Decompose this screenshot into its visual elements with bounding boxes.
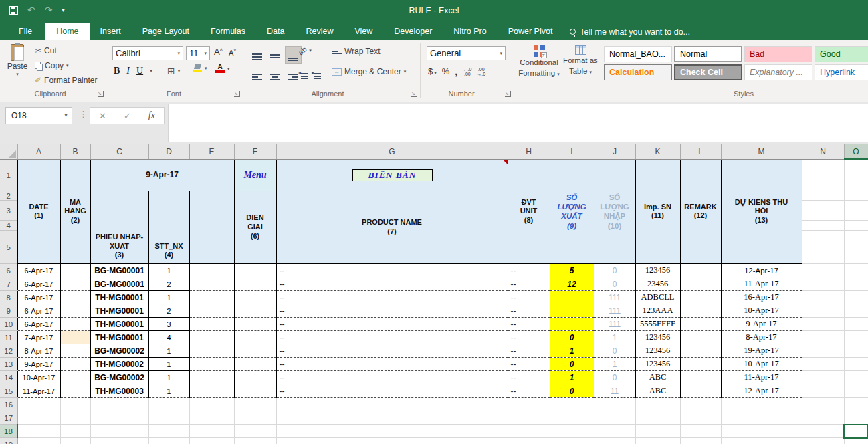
cell-stt[interactable]: 1 <box>148 291 189 304</box>
cell-ma-hang[interactable] <box>60 344 90 358</box>
cell[interactable] <box>721 438 802 444</box>
cell[interactable] <box>844 438 868 444</box>
merge-center-button[interactable]: ↔ Merge & Center ▾ <box>332 67 406 76</box>
top-align-button[interactable] <box>249 45 265 65</box>
cell[interactable] <box>550 438 594 444</box>
underline-button[interactable]: U <box>136 66 143 76</box>
cell[interactable] <box>189 304 234 318</box>
header-ma-hang[interactable]: MA HANG (2) <box>60 159 90 264</box>
cell-phieu[interactable]: BG-MG00001 <box>90 278 148 291</box>
cell[interactable] <box>550 398 594 411</box>
number-format-combo[interactable]: General▾ <box>427 46 506 60</box>
style-calculation[interactable]: Calculation <box>604 64 672 80</box>
tab-power-pivot[interactable]: Power Pivot <box>498 23 564 40</box>
cell[interactable] <box>60 398 90 411</box>
row-header-2[interactable]: 2 <box>0 191 17 201</box>
cell-thu-hoi[interactable]: 12-Apr-17 <box>721 384 802 398</box>
cell[interactable] <box>844 159 868 191</box>
increase-indent-button[interactable]: ▸ <box>312 67 321 80</box>
font-name-combo[interactable]: Calibri▾ <box>112 46 183 60</box>
select-all-corner[interactable] <box>0 144 17 159</box>
cell[interactable] <box>680 398 721 411</box>
row-header-7[interactable]: 7 <box>0 278 17 291</box>
cell[interactable] <box>148 438 189 444</box>
cell-xuat[interactable]: 5 <box>550 264 594 278</box>
font-color-button[interactable]: A ▾ <box>215 64 230 73</box>
customize-qat-icon[interactable]: ▾ <box>62 7 64 13</box>
cell-thu-hoi[interactable]: 19-Apr-17 <box>721 344 802 358</box>
cell-unit[interactable]: -- <box>508 291 550 304</box>
row-header-13[interactable]: 13 <box>0 358 17 371</box>
cell[interactable] <box>844 331 868 344</box>
cell-phieu[interactable]: TH-MG00001 <box>90 331 148 344</box>
col-header-K[interactable]: K <box>635 144 680 159</box>
cell[interactable] <box>189 384 234 398</box>
cell-product[interactable]: -- <box>276 331 508 344</box>
cell[interactable] <box>90 398 148 411</box>
cell-doc-title[interactable]: BIÊN BẢN <box>276 159 508 191</box>
cell[interactable] <box>189 398 234 411</box>
cell-nhap[interactable]: 0 <box>594 344 635 358</box>
name-box[interactable]: O18 ▾ <box>5 107 72 124</box>
row-header-18-selected[interactable]: 18 <box>0 425 17 438</box>
style-normal-bao[interactable]: Normal_BAO... <box>604 46 672 62</box>
cell[interactable] <box>508 425 550 438</box>
cell[interactable] <box>802 318 844 331</box>
cell-product[interactable]: -- <box>276 344 508 358</box>
cell-date[interactable]: 6-Apr-17 <box>17 318 60 331</box>
copy-dropdown-icon[interactable]: ▾ <box>66 63 69 68</box>
cell-thu-hoi[interactable]: 12-Apr-17 <box>721 264 802 278</box>
cell[interactable] <box>680 425 721 438</box>
fill-color-dropdown-icon[interactable]: ▾ <box>205 66 207 71</box>
orientation-button[interactable]: ab ▾ <box>298 47 312 55</box>
cell-phieu[interactable]: TH-MG00003 <box>90 384 148 398</box>
cell[interactable] <box>802 411 844 425</box>
cell[interactable] <box>60 411 90 425</box>
cell[interactable] <box>721 398 802 411</box>
col-header-I[interactable]: I <box>550 144 594 159</box>
col-header-C[interactable]: C <box>90 144 148 159</box>
cell[interactable] <box>234 304 276 318</box>
cell[interactable] <box>276 398 508 411</box>
cell-imp-sn[interactable]: 23456 <box>635 278 680 291</box>
cell-product[interactable]: -- <box>276 384 508 398</box>
cell[interactable] <box>189 358 234 371</box>
cell-stt[interactable]: 1 <box>148 358 189 371</box>
clipboard-dialog-launcher-icon[interactable]: ↘ <box>98 91 104 97</box>
cell[interactable] <box>234 291 276 304</box>
cell[interactable] <box>802 398 844 411</box>
cell-ma-hang[interactable] <box>60 371 90 384</box>
cell[interactable] <box>17 438 60 444</box>
cell-thu-hoi[interactable]: 9-Apr-17 <box>721 318 802 331</box>
wrap-text-button[interactable]: Wrap Text <box>332 47 381 56</box>
cell[interactable] <box>148 398 189 411</box>
cell-remark[interactable] <box>680 278 721 291</box>
cell[interactable] <box>550 411 594 425</box>
italic-button[interactable]: I <box>126 66 130 76</box>
cell-stt[interactable]: 1 <box>148 384 189 398</box>
cell[interactable] <box>189 318 234 331</box>
cell-xuat[interactable]: 0 <box>550 358 594 371</box>
cell-phieu[interactable]: TH-MG00001 <box>90 291 148 304</box>
cell-imp-sn[interactable]: 123456 <box>635 358 680 371</box>
format-painter-button[interactable]: ✐ Format Painter <box>35 76 97 85</box>
col-header-N[interactable]: N <box>802 144 844 159</box>
cell[interactable] <box>234 331 276 344</box>
cell-ma-hang[interactable] <box>60 291 90 304</box>
cell-stt[interactable]: 1 <box>148 344 189 358</box>
cell[interactable] <box>844 358 868 371</box>
cell-nhap[interactable]: 111 <box>594 291 635 304</box>
cell[interactable] <box>844 201 868 221</box>
cell[interactable] <box>508 398 550 411</box>
row-header-10[interactable]: 10 <box>0 318 17 331</box>
cell[interactable] <box>802 344 844 358</box>
tell-me-box[interactable]: Tell me what you want to do... <box>563 23 697 40</box>
cell[interactable] <box>594 398 635 411</box>
cell[interactable] <box>844 264 868 278</box>
cell-remark[interactable] <box>680 344 721 358</box>
cell[interactable] <box>844 291 868 304</box>
tab-home[interactable]: Home <box>45 23 89 40</box>
row-header-6[interactable]: 6 <box>0 264 17 278</box>
col-header-G[interactable]: G <box>276 144 508 159</box>
cell[interactable] <box>721 411 802 425</box>
